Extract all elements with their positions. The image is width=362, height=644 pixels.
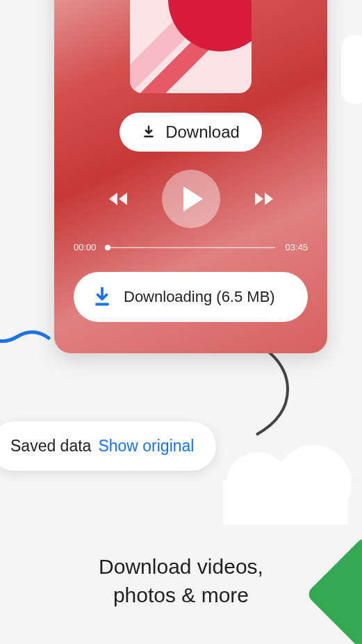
hero-line-1: Download videos, [0,553,362,581]
saved-data-bar: Saved data Show original [0,421,216,471]
time-current: 00:00 [74,242,97,252]
svg-rect-0 [144,136,153,138]
cloud-decoration [341,35,362,104]
rewind-button[interactable] [109,191,131,207]
saved-data-label: Saved data [10,437,91,456]
download-icon [142,124,156,140]
download-button[interactable]: Download [120,113,262,152]
play-icon [183,186,203,211]
downloading-label: Downloading (6.5 MB) [124,288,275,306]
hero-text: Download videos, photos & more [0,553,362,609]
album-art [130,0,252,93]
wiggle-decoration [0,327,52,351]
time-total: 03:45 [285,242,308,252]
downloading-status[interactable]: Downloading (6.5 MB) [74,272,308,322]
player-controls [74,170,308,228]
media-player-card: Download 00:00 03:45 Downloading (6.5 MB… [54,0,327,353]
cloud-decoration [223,480,348,525]
svg-rect-1 [95,303,108,306]
hero-line-2: photos & more [0,581,362,610]
show-original-link[interactable]: Show original [98,437,194,456]
download-label: Download [165,122,240,142]
forward-button[interactable] [251,191,273,207]
play-button[interactable] [162,170,220,228]
progress-bar[interactable] [106,247,276,248]
progress-row: 00:00 03:45 [74,242,308,252]
curve-decoration [249,348,305,438]
download-progress-icon [93,287,111,307]
